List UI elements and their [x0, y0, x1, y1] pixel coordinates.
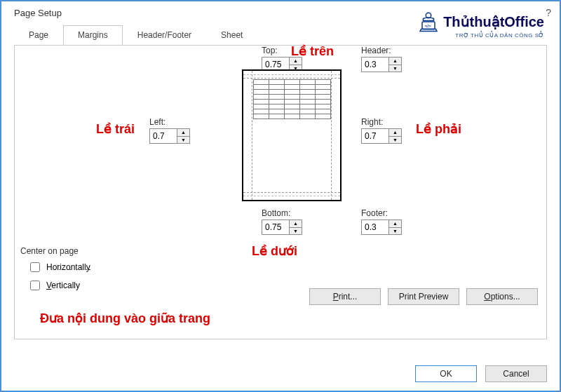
preview-grid-icon [253, 79, 330, 121]
input-header[interactable] [362, 58, 388, 72]
spin-up-icon[interactable]: ▲ [389, 129, 401, 137]
logo-tagline: TRỢ THỦ CỦA DÂN CÔNG SỞ [418, 32, 544, 39]
spin-header[interactable]: ▲▼ [361, 57, 402, 72]
label-right: Right: [361, 117, 402, 127]
field-header: Header: ▲▼ [361, 46, 402, 72]
margins-panel: Lề trên Lề trái Lề phải Lề dưới Top: ▲▼ … [14, 45, 547, 339]
spin-down-icon[interactable]: ▼ [389, 228, 401, 235]
input-left[interactable] [150, 129, 177, 143]
spin-up-icon[interactable]: ▲ [389, 58, 401, 65]
label-bottom: Bottom: [262, 208, 302, 218]
print-preview-button[interactable]: Print Preview [388, 288, 459, 305]
center-legend: Center on page [18, 246, 81, 256]
spin-down-icon[interactable]: ▼ [177, 137, 189, 144]
input-bottom[interactable] [262, 220, 289, 234]
annotation-bottom: Lề dưới [252, 243, 297, 259]
print-button[interactable]: Print... [309, 288, 381, 305]
tab-margins[interactable]: Margins [63, 25, 123, 45]
label-vertically: Vertically [46, 281, 80, 290]
laptop-person-icon: </> [418, 11, 439, 32]
help-icon[interactable]: ? [546, 7, 551, 18]
spin-down-icon[interactable]: ▼ [389, 137, 401, 144]
page-preview [242, 69, 342, 201]
tab-headerfooter[interactable]: Header/Footer [123, 25, 206, 45]
input-right[interactable] [362, 129, 388, 143]
field-right: Right: ▲▼ [361, 117, 402, 144]
svg-text:</>: </> [425, 24, 431, 28]
spin-up-icon[interactable]: ▲ [290, 220, 302, 228]
spin-down-icon[interactable]: ▼ [290, 228, 302, 235]
field-footer: Footer: ▲▼ [361, 208, 402, 235]
spin-up-icon[interactable]: ▲ [177, 129, 189, 137]
annotation-left: Lề trái [96, 121, 135, 137]
spin-down-icon[interactable]: ▼ [389, 65, 401, 72]
center-on-page-group: Center on page Horizontally Vertically [18, 246, 100, 294]
ok-button[interactable]: OK [415, 365, 477, 382]
spin-footer[interactable]: ▲▼ [361, 219, 402, 235]
checkbox-vertically-input[interactable] [30, 281, 40, 290]
checkbox-horizontally[interactable]: Horizontally [27, 260, 90, 274]
window-title: Page Setup [14, 8, 62, 18]
dialog-footer: OK Cancel [415, 365, 547, 382]
field-bottom: Bottom: ▲▼ [262, 208, 302, 235]
annotation-right: Lề phải [416, 121, 461, 137]
checkbox-horizontally-input[interactable] [30, 262, 40, 272]
spin-up-icon[interactable]: ▲ [389, 220, 401, 228]
spin-up-icon[interactable]: ▲ [290, 58, 302, 65]
field-left: Left: ▲▼ [149, 117, 190, 144]
spin-right[interactable]: ▲▼ [361, 128, 402, 144]
input-footer[interactable] [362, 220, 388, 234]
tab-page[interactable]: Page [14, 25, 63, 45]
cancel-button[interactable]: Cancel [485, 365, 547, 382]
label-top: Top: [262, 46, 302, 55]
spin-bottom[interactable]: ▲▼ [262, 219, 302, 235]
spin-left[interactable]: ▲▼ [149, 128, 190, 144]
tab-sheet[interactable]: Sheet [206, 25, 257, 45]
annotation-center: Đưa nội dung vào giữa trang [40, 311, 210, 326]
field-top: Top: ▲▼ [262, 46, 302, 72]
checkbox-vertically[interactable]: Vertically [27, 278, 90, 292]
panel-buttons: Print... Print Preview Options... [309, 288, 538, 305]
label-header: Header: [361, 46, 402, 55]
label-horizontally: Horizontally [46, 262, 90, 272]
logo-text: ThủthuậtOffice [443, 13, 544, 30]
label-footer: Footer: [361, 208, 402, 218]
watermark-logo: </> ThủthuậtOffice TRỢ THỦ CỦA DÂN CÔNG … [418, 11, 544, 39]
options-button[interactable]: Options... [466, 288, 538, 305]
label-left: Left: [149, 117, 190, 127]
